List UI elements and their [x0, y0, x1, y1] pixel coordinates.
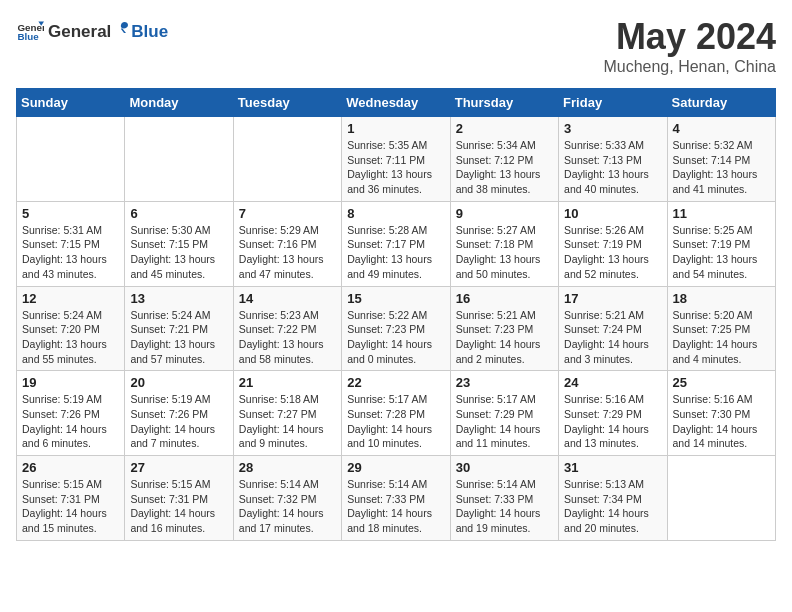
calendar-cell: 14Sunrise: 5:23 AMSunset: 7:22 PMDayligh… [233, 286, 341, 371]
title-area: May 2024 Mucheng, Henan, China [603, 16, 776, 76]
calendar-cell: 15Sunrise: 5:22 AMSunset: 7:23 PMDayligh… [342, 286, 450, 371]
day-info: Sunrise: 5:22 AMSunset: 7:23 PMDaylight:… [347, 308, 444, 367]
calendar-title: May 2024 [603, 16, 776, 58]
day-info: Sunrise: 5:16 AMSunset: 7:30 PMDaylight:… [673, 392, 770, 451]
calendar-cell: 5Sunrise: 5:31 AMSunset: 7:15 PMDaylight… [17, 201, 125, 286]
logo-blue-text: Blue [131, 22, 168, 42]
calendar-cell: 22Sunrise: 5:17 AMSunset: 7:28 PMDayligh… [342, 371, 450, 456]
day-number: 10 [564, 206, 661, 221]
day-number: 6 [130, 206, 227, 221]
day-info: Sunrise: 5:18 AMSunset: 7:27 PMDaylight:… [239, 392, 336, 451]
calendar-cell: 12Sunrise: 5:24 AMSunset: 7:20 PMDayligh… [17, 286, 125, 371]
calendar-cell: 24Sunrise: 5:16 AMSunset: 7:29 PMDayligh… [559, 371, 667, 456]
day-number: 11 [673, 206, 770, 221]
day-number: 27 [130, 460, 227, 475]
day-info: Sunrise: 5:15 AMSunset: 7:31 PMDaylight:… [22, 477, 119, 536]
day-info: Sunrise: 5:19 AMSunset: 7:26 PMDaylight:… [22, 392, 119, 451]
calendar-cell [125, 117, 233, 202]
day-number: 3 [564, 121, 661, 136]
day-number: 2 [456, 121, 553, 136]
day-number: 9 [456, 206, 553, 221]
week-row-2: 5Sunrise: 5:31 AMSunset: 7:15 PMDaylight… [17, 201, 776, 286]
weekday-header-tuesday: Tuesday [233, 89, 341, 117]
calendar-table: SundayMondayTuesdayWednesdayThursdayFrid… [16, 88, 776, 541]
day-info: Sunrise: 5:34 AMSunset: 7:12 PMDaylight:… [456, 138, 553, 197]
day-number: 26 [22, 460, 119, 475]
weekday-header-wednesday: Wednesday [342, 89, 450, 117]
day-info: Sunrise: 5:16 AMSunset: 7:29 PMDaylight:… [564, 392, 661, 451]
day-info: Sunrise: 5:26 AMSunset: 7:19 PMDaylight:… [564, 223, 661, 282]
calendar-cell: 29Sunrise: 5:14 AMSunset: 7:33 PMDayligh… [342, 456, 450, 541]
calendar-cell: 18Sunrise: 5:20 AMSunset: 7:25 PMDayligh… [667, 286, 775, 371]
logo: General Blue General Blue [16, 16, 168, 44]
svg-text:Blue: Blue [17, 31, 39, 42]
day-info: Sunrise: 5:14 AMSunset: 7:33 PMDaylight:… [347, 477, 444, 536]
day-number: 29 [347, 460, 444, 475]
logo-icon: General Blue [16, 16, 44, 44]
day-info: Sunrise: 5:29 AMSunset: 7:16 PMDaylight:… [239, 223, 336, 282]
weekday-header-thursday: Thursday [450, 89, 558, 117]
day-number: 16 [456, 291, 553, 306]
calendar-cell: 3Sunrise: 5:33 AMSunset: 7:13 PMDaylight… [559, 117, 667, 202]
day-number: 23 [456, 375, 553, 390]
day-info: Sunrise: 5:24 AMSunset: 7:21 PMDaylight:… [130, 308, 227, 367]
calendar-cell: 10Sunrise: 5:26 AMSunset: 7:19 PMDayligh… [559, 201, 667, 286]
calendar-cell: 13Sunrise: 5:24 AMSunset: 7:21 PMDayligh… [125, 286, 233, 371]
day-number: 4 [673, 121, 770, 136]
week-row-3: 12Sunrise: 5:24 AMSunset: 7:20 PMDayligh… [17, 286, 776, 371]
day-info: Sunrise: 5:23 AMSunset: 7:22 PMDaylight:… [239, 308, 336, 367]
calendar-cell: 17Sunrise: 5:21 AMSunset: 7:24 PMDayligh… [559, 286, 667, 371]
day-info: Sunrise: 5:14 AMSunset: 7:32 PMDaylight:… [239, 477, 336, 536]
day-info: Sunrise: 5:20 AMSunset: 7:25 PMDaylight:… [673, 308, 770, 367]
day-info: Sunrise: 5:35 AMSunset: 7:11 PMDaylight:… [347, 138, 444, 197]
day-number: 21 [239, 375, 336, 390]
calendar-cell: 6Sunrise: 5:30 AMSunset: 7:15 PMDaylight… [125, 201, 233, 286]
day-number: 18 [673, 291, 770, 306]
day-number: 22 [347, 375, 444, 390]
day-info: Sunrise: 5:13 AMSunset: 7:34 PMDaylight:… [564, 477, 661, 536]
calendar-cell: 19Sunrise: 5:19 AMSunset: 7:26 PMDayligh… [17, 371, 125, 456]
day-info: Sunrise: 5:17 AMSunset: 7:29 PMDaylight:… [456, 392, 553, 451]
calendar-cell: 9Sunrise: 5:27 AMSunset: 7:18 PMDaylight… [450, 201, 558, 286]
day-info: Sunrise: 5:21 AMSunset: 7:24 PMDaylight:… [564, 308, 661, 367]
day-info: Sunrise: 5:25 AMSunset: 7:19 PMDaylight:… [673, 223, 770, 282]
calendar-cell: 23Sunrise: 5:17 AMSunset: 7:29 PMDayligh… [450, 371, 558, 456]
calendar-cell: 16Sunrise: 5:21 AMSunset: 7:23 PMDayligh… [450, 286, 558, 371]
weekday-header-saturday: Saturday [667, 89, 775, 117]
calendar-cell: 4Sunrise: 5:32 AMSunset: 7:14 PMDaylight… [667, 117, 775, 202]
calendar-cell: 2Sunrise: 5:34 AMSunset: 7:12 PMDaylight… [450, 117, 558, 202]
day-info: Sunrise: 5:15 AMSunset: 7:31 PMDaylight:… [130, 477, 227, 536]
day-number: 15 [347, 291, 444, 306]
calendar-cell: 25Sunrise: 5:16 AMSunset: 7:30 PMDayligh… [667, 371, 775, 456]
day-info: Sunrise: 5:32 AMSunset: 7:14 PMDaylight:… [673, 138, 770, 197]
calendar-cell [667, 456, 775, 541]
day-number: 8 [347, 206, 444, 221]
logo-general-text: General [48, 22, 111, 42]
day-info: Sunrise: 5:33 AMSunset: 7:13 PMDaylight:… [564, 138, 661, 197]
day-info: Sunrise: 5:31 AMSunset: 7:15 PMDaylight:… [22, 223, 119, 282]
day-info: Sunrise: 5:24 AMSunset: 7:20 PMDaylight:… [22, 308, 119, 367]
calendar-cell: 1Sunrise: 5:35 AMSunset: 7:11 PMDaylight… [342, 117, 450, 202]
day-number: 24 [564, 375, 661, 390]
calendar-cell [17, 117, 125, 202]
week-row-5: 26Sunrise: 5:15 AMSunset: 7:31 PMDayligh… [17, 456, 776, 541]
day-number: 1 [347, 121, 444, 136]
calendar-cell: 26Sunrise: 5:15 AMSunset: 7:31 PMDayligh… [17, 456, 125, 541]
day-info: Sunrise: 5:17 AMSunset: 7:28 PMDaylight:… [347, 392, 444, 451]
calendar-subtitle: Mucheng, Henan, China [603, 58, 776, 76]
week-row-4: 19Sunrise: 5:19 AMSunset: 7:26 PMDayligh… [17, 371, 776, 456]
calendar-cell: 21Sunrise: 5:18 AMSunset: 7:27 PMDayligh… [233, 371, 341, 456]
day-info: Sunrise: 5:21 AMSunset: 7:23 PMDaylight:… [456, 308, 553, 367]
day-info: Sunrise: 5:19 AMSunset: 7:26 PMDaylight:… [130, 392, 227, 451]
calendar-cell: 20Sunrise: 5:19 AMSunset: 7:26 PMDayligh… [125, 371, 233, 456]
calendar-cell: 7Sunrise: 5:29 AMSunset: 7:16 PMDaylight… [233, 201, 341, 286]
week-row-1: 1Sunrise: 5:35 AMSunset: 7:11 PMDaylight… [17, 117, 776, 202]
day-number: 20 [130, 375, 227, 390]
weekday-header-friday: Friday [559, 89, 667, 117]
day-number: 17 [564, 291, 661, 306]
day-number: 25 [673, 375, 770, 390]
weekday-header-monday: Monday [125, 89, 233, 117]
calendar-cell: 8Sunrise: 5:28 AMSunset: 7:17 PMDaylight… [342, 201, 450, 286]
page-header: General Blue General Blue May 2024 Muche… [16, 16, 776, 76]
day-info: Sunrise: 5:27 AMSunset: 7:18 PMDaylight:… [456, 223, 553, 282]
